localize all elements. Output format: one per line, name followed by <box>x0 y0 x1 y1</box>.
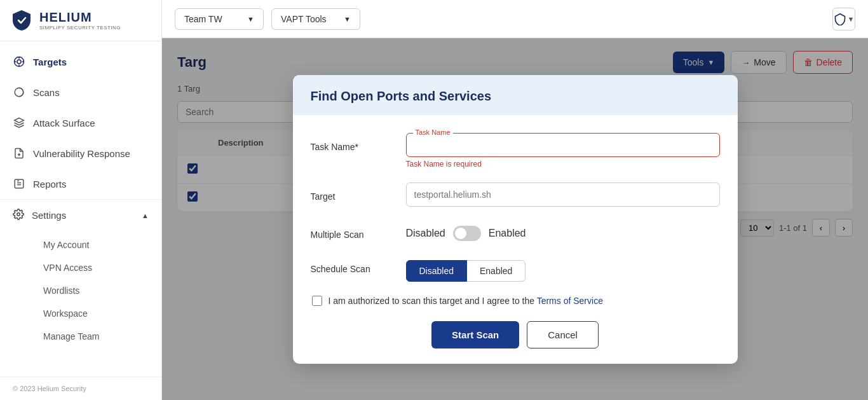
scan-modal: Find Open Ports and Services Task Name* … <box>293 75 738 364</box>
subnav-item-workspace[interactable]: Workspace <box>33 302 161 325</box>
schedule-enabled-button[interactable]: Enabled <box>467 260 526 282</box>
main-content: Team TW ▼ VAPT Tools ▼ ▼ Tar <box>162 0 868 400</box>
subnav-item-manage-team[interactable]: Manage Team <box>33 325 161 348</box>
logo-area: HELIUM SIMPLIFY SECURITY TESTING <box>0 0 161 41</box>
schedule-scan-row: Schedule Scan Disabled Enabled <box>311 255 720 282</box>
multiple-scan-row: Multiple Scan Disabled Enabled <box>311 221 720 241</box>
settings-chevron-icon: ▲ <box>142 212 149 219</box>
team-dropdown[interactable]: Team TW ▼ <box>175 8 264 30</box>
agree-row: I am authorized to scan this target and … <box>311 296 720 306</box>
team-dropdown-label: Team TW <box>184 14 222 24</box>
schedule-scan-label: Schedule Scan <box>311 255 393 274</box>
logo-name: HELIUM <box>39 10 121 25</box>
sidebar-item-targets[interactable]: Targets <box>0 46 161 77</box>
target-icon <box>13 55 25 68</box>
sidebar-item-settings[interactable]: Settings ▲ <box>0 200 161 231</box>
vuln-icon <box>13 147 25 160</box>
cancel-button[interactable]: Cancel <box>527 321 599 348</box>
settings-section: Settings ▲ My Account VPN Access Wordlis… <box>0 199 161 350</box>
topbar: Team TW ▼ VAPT Tools ▼ ▼ <box>162 0 868 38</box>
subnav-item-wordlists[interactable]: Wordlists <box>33 279 161 302</box>
toggle-enabled-label: Enabled <box>489 228 526 239</box>
tools-dropdown-chevron-icon: ▼ <box>344 15 351 23</box>
start-scan-button[interactable]: Start Scan <box>431 321 519 348</box>
agree-checkbox[interactable] <box>312 296 322 306</box>
sidebar-item-targets-label: Targets <box>33 57 67 67</box>
page-content: Targ Tools ▼ → Move 🗑 Delete <box>162 38 868 400</box>
sidebar-item-vuln-label: Vulnerability Response <box>33 148 130 159</box>
task-name-label: Task Name* <box>311 133 393 152</box>
profile-shield-button[interactable]: ▼ <box>832 8 855 31</box>
modal-actions: Start Scan Cancel <box>311 321 720 348</box>
svg-point-13 <box>17 213 20 216</box>
tools-dropdown[interactable]: VAPT Tools ▼ <box>271 8 360 30</box>
toggle-disabled-label: Disabled <box>406 228 445 239</box>
toggle-slider <box>453 226 481 241</box>
team-dropdown-chevron-icon: ▼ <box>247 15 254 23</box>
sidebar-item-reports-label: Reports <box>33 179 67 190</box>
multiple-scan-field: Disabled Enabled <box>406 221 720 241</box>
settings-subnav: My Account VPN Access Wordlists Workspac… <box>0 231 161 350</box>
sidebar-item-vulnerability-response[interactable]: Vulnerability Response <box>0 138 161 169</box>
terms-of-service-link[interactable]: Terms of Service <box>537 296 603 306</box>
task-name-row: Task Name* Task Name Task Name is requir… <box>311 133 720 169</box>
multiple-scan-label: Multiple Scan <box>311 221 393 240</box>
topbar-left: Team TW ▼ VAPT Tools ▼ <box>175 8 360 30</box>
sidebar-item-scans[interactable]: Scans <box>0 77 161 107</box>
schedule-disabled-button[interactable]: Disabled <box>406 260 467 282</box>
target-label: Target <box>311 183 393 202</box>
task-name-field-label: Task Name <box>413 128 453 136</box>
task-name-error: Task Name is required <box>406 160 720 169</box>
modal-title: Find Open Ports and Services <box>311 89 720 104</box>
target-field <box>406 183 720 207</box>
sidebar-item-attack-surface[interactable]: Attack Surface <box>0 107 161 138</box>
target-input[interactable] <box>406 183 720 207</box>
modal-header: Find Open Ports and Services <box>293 75 738 115</box>
settings-icon <box>13 209 24 222</box>
modal-body: Task Name* Task Name Task Name is requir… <box>293 115 738 364</box>
topbar-right: ▼ <box>832 8 855 31</box>
subnav-item-vpn-access[interactable]: VPN Access <box>33 256 161 279</box>
sidebar-footer: © 2023 Helium Security <box>0 376 161 400</box>
sidebar-item-reports[interactable]: Reports <box>0 169 161 199</box>
sidebar-nav: Targets Scans Attack Surface <box>0 41 161 376</box>
multiple-scan-toggle[interactable] <box>453 226 481 241</box>
schedule-scan-field: Disabled Enabled <box>406 255 720 282</box>
report-icon <box>13 177 25 190</box>
sidebar-item-scans-label: Scans <box>33 87 60 98</box>
sidebar: HELIUM SIMPLIFY SECURITY TESTING Targets… <box>0 0 162 400</box>
settings-label: Settings <box>32 210 66 221</box>
profile-chevron-icon: ▼ <box>848 15 855 23</box>
shield-icon <box>834 13 846 25</box>
tools-dropdown-label: VAPT Tools <box>281 14 327 24</box>
target-row: Target <box>311 183 720 207</box>
logo-icon <box>10 9 33 32</box>
subnav-item-my-account[interactable]: My Account <box>33 233 161 256</box>
logo-tagline: SIMPLIFY SECURITY TESTING <box>39 25 121 31</box>
task-name-input[interactable] <box>407 134 719 156</box>
attack-icon <box>13 116 25 129</box>
scan-icon <box>13 86 25 99</box>
sidebar-item-attack-surface-label: Attack Surface <box>33 118 95 128</box>
logo-text: HELIUM SIMPLIFY SECURITY TESTING <box>39 10 121 31</box>
agree-text: I am authorized to scan this target and … <box>329 296 603 306</box>
task-name-field: Task Name Task Name is required <box>406 133 720 169</box>
agree-text-label: I am authorized to scan this target and … <box>329 296 535 306</box>
task-name-input-wrapper: Task Name <box>406 133 720 157</box>
app-container: HELIUM SIMPLIFY SECURITY TESTING Targets… <box>0 0 868 400</box>
svg-point-1 <box>17 60 21 64</box>
modal-overlay[interactable]: Find Open Ports and Services Task Name* … <box>162 38 868 400</box>
